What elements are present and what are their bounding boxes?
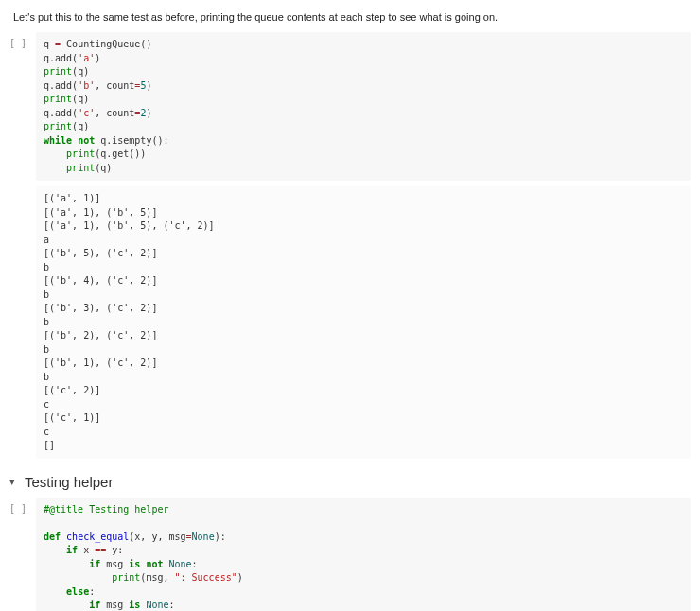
code-token: : xyxy=(192,559,198,569)
code-token: print xyxy=(44,121,72,131)
code-token xyxy=(44,600,89,610)
output-prompt xyxy=(9,184,36,464)
code-token: ) xyxy=(146,80,151,91)
code-token: (q) xyxy=(72,121,89,131)
cell-prompt[interactable]: [ ] xyxy=(9,32,36,181)
code-token: : xyxy=(89,586,95,597)
code-token xyxy=(44,572,112,583)
code-token: q.add( xyxy=(44,80,78,91)
code-input-1[interactable]: q = CountingQueue() q.add('a') print(q) … xyxy=(36,32,691,181)
code-token: , count xyxy=(95,80,134,91)
cell-prompt[interactable]: [ ] xyxy=(9,498,36,612)
code-cell-1: [ ] q = CountingQueue() q.add('a') print… xyxy=(9,32,691,181)
collapse-arrow-icon[interactable]: ▾ xyxy=(9,476,19,488)
code-token: while xyxy=(44,135,72,146)
code-token: is xyxy=(129,600,140,610)
code-token: q.add( xyxy=(44,108,78,118)
code-token: print xyxy=(66,148,95,159)
code-token: ) xyxy=(146,108,151,118)
code-token: None xyxy=(169,559,192,569)
code-token: #@title Testing helper xyxy=(44,504,168,515)
code-token: ": Success" xyxy=(174,572,236,583)
code-token: CountingQueue() xyxy=(61,39,151,49)
code-token: print xyxy=(112,572,140,583)
code-token: y: xyxy=(106,545,123,555)
code-token: is xyxy=(129,559,140,569)
code-token: (msg, xyxy=(140,572,174,583)
code-token: else xyxy=(66,586,89,597)
code-token: x xyxy=(78,545,95,555)
notebook: Let's put this to the same test as befor… xyxy=(0,0,700,611)
code-token: q.add( xyxy=(44,53,78,63)
code-token: ) xyxy=(95,53,100,63)
code-token: (q) xyxy=(95,163,112,173)
code-token: None xyxy=(146,600,168,610)
code-token: (q.get()) xyxy=(95,148,146,159)
code-token: None xyxy=(192,532,215,542)
code-token: print xyxy=(66,163,95,173)
code-token: msg xyxy=(100,600,129,610)
code-token xyxy=(44,148,66,159)
code-token: print xyxy=(44,94,72,104)
code-token: if xyxy=(89,559,100,569)
code-token: if xyxy=(89,600,100,610)
code-token xyxy=(44,163,66,173)
code-token: 'a' xyxy=(78,53,95,63)
code-token: q xyxy=(44,39,55,49)
code-token: 'b' xyxy=(78,80,95,91)
code-output-1: [('a', 1)] [('a', 1), ('b', 5)] [('a', 1… xyxy=(36,186,691,459)
code-token: q.isempty(): xyxy=(95,135,168,146)
code-token: ) xyxy=(237,572,243,583)
code-token: (q) xyxy=(72,94,89,104)
code-input-2[interactable]: #@title Testing helper def check_equal(x… xyxy=(36,498,691,612)
code-token: msg xyxy=(100,559,129,569)
code-token: , count xyxy=(95,108,134,118)
code-token: not xyxy=(78,135,95,146)
code-token xyxy=(44,559,89,569)
code-token xyxy=(44,545,66,555)
code-token: print xyxy=(44,66,72,77)
output-cell-1: [('a', 1)] [('a', 1), ('b', 5)] [('a', 1… xyxy=(9,184,691,464)
code-token: ): xyxy=(215,532,226,542)
code-cell-2: [ ] #@title Testing helper def check_equ… xyxy=(9,498,691,612)
code-token: (x, y, msg xyxy=(129,532,185,542)
code-token xyxy=(44,586,66,597)
code-token: if xyxy=(66,545,78,555)
section-header[interactable]: ▾ Testing helper xyxy=(9,474,691,490)
code-token: def xyxy=(44,532,61,542)
code-token: check_equal xyxy=(66,532,129,542)
code-token: not xyxy=(146,559,163,569)
code-token: == xyxy=(95,545,106,555)
intro-text: Let's put this to the same test as befor… xyxy=(13,11,691,23)
section-title: Testing helper xyxy=(25,474,113,490)
code-token: : xyxy=(169,600,175,610)
code-token: 'c' xyxy=(78,108,95,118)
code-token: (q) xyxy=(72,66,89,77)
